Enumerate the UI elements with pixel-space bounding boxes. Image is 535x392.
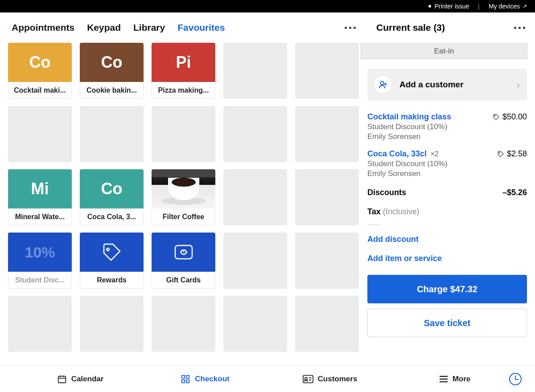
line-item-name: Coca Cola, 33cl — [367, 149, 427, 158]
tile-empty[interactable] — [223, 106, 287, 162]
status-dot-icon — [428, 5, 431, 8]
tile-label: Rewards — [80, 272, 144, 289]
tax-row: Tax (Inclusive) — [367, 207, 527, 216]
tab-library[interactable]: Library — [133, 22, 165, 33]
tile-cookie-baking[interactable]: Co Cookie bakin... — [80, 43, 144, 99]
tile-filter-coffee[interactable]: Filter Coffee — [152, 169, 215, 225]
divider — [367, 225, 381, 225]
nav-label: More — [453, 375, 471, 384]
svg-point-1 — [381, 82, 384, 85]
tile-abbr: Co — [8, 43, 72, 82]
tab-keypad[interactable]: Keypad — [87, 22, 121, 33]
nav-label: Customers — [318, 375, 358, 384]
clock-icon[interactable] — [509, 373, 522, 385]
svg-point-3 — [499, 152, 500, 153]
tile-empty[interactable] — [295, 296, 359, 352]
svg-point-2 — [494, 115, 495, 116]
tab-favourites[interactable]: Favourites — [177, 22, 225, 33]
line-item[interactable]: Cocktail making class $50.00 Student Dis… — [367, 112, 527, 141]
rewards-tag-icon — [80, 233, 144, 272]
save-ticket-button[interactable]: Save ticket — [367, 309, 527, 337]
tile-rewards[interactable]: Rewards — [80, 233, 144, 289]
tile-empty[interactable] — [80, 296, 144, 352]
nav-checkout[interactable]: Checkout — [143, 374, 268, 384]
top-tabs: Appointments Keypad Library Favourites — [12, 22, 225, 33]
tile-empty[interactable] — [295, 106, 359, 162]
nav-customers[interactable]: Customers — [268, 375, 392, 384]
bottom-nav: Calendar Checkout Customers More — [0, 365, 535, 392]
svg-rect-6 — [186, 375, 189, 378]
tile-empty[interactable] — [8, 106, 72, 162]
nav-label: Checkout — [195, 375, 229, 384]
tile-empty[interactable] — [223, 43, 287, 99]
tile-label: Filter Coffee — [152, 208, 215, 225]
tile-label: Gift Cards — [152, 272, 215, 289]
svg-rect-8 — [186, 380, 189, 382]
tile-empty[interactable] — [80, 106, 144, 162]
nav-calendar[interactable]: Calendar — [18, 374, 143, 384]
tile-label: Student Disc... — [8, 272, 72, 289]
svg-rect-4 — [58, 376, 66, 383]
line-item-price: $50.00 — [493, 112, 527, 122]
tile-empty[interactable] — [223, 296, 287, 352]
tile-abbr: Pi — [152, 43, 215, 82]
tile-gift-cards[interactable]: Gift Cards — [152, 233, 215, 289]
current-sale-title: Current sale (3) — [376, 22, 445, 33]
line-item-staff: Emily Sorensen — [367, 169, 527, 178]
coffee-image — [152, 169, 215, 208]
items-panel: Appointments Keypad Library Favourites C… — [0, 12, 367, 365]
current-sale-panel: Current sale (3) Eat-in Add a customer ›… — [367, 12, 535, 365]
tile-label: Cocktail maki... — [8, 82, 72, 99]
my-devices-label: My devices — [489, 3, 520, 10]
tile-empty[interactable] — [295, 169, 359, 225]
line-item-staff: Emily Sorensen — [367, 132, 527, 141]
line-item-name: Cocktail making class — [367, 112, 451, 122]
tax-note: (Inclusive) — [383, 207, 420, 216]
my-devices-link[interactable]: My devices ↗ — [489, 3, 527, 10]
discounts-row: Discounts –$5.26 — [367, 188, 527, 197]
tile-label: Coca Cola, 3... — [80, 208, 144, 225]
add-customer-button[interactable]: Add a customer › — [367, 69, 527, 101]
tile-mineral-water[interactable]: Mi Mineral Wate... — [8, 169, 72, 225]
external-link-icon: ↗ — [523, 3, 527, 9]
tile-pizza-making[interactable]: Pi Pizza making... — [152, 43, 215, 99]
nav-more[interactable]: More — [392, 375, 517, 384]
line-item-discount: Student Discount (10%) — [367, 122, 527, 131]
tile-empty[interactable] — [152, 106, 215, 162]
tax-label: Tax — [367, 207, 381, 216]
tile-empty[interactable] — [295, 43, 359, 99]
tile-student-discount[interactable]: 10% Student Disc... — [8, 233, 72, 289]
line-item-price: $2.58 — [497, 149, 527, 159]
tile-label: Mineral Wate... — [8, 208, 72, 225]
discount-percent: 10% — [8, 233, 72, 272]
tile-cocktail-making[interactable]: Co Cocktail maki... — [8, 43, 72, 99]
line-item[interactable]: Coca Cola, 33cl ×2 $2.58 Student Discoun… — [367, 149, 527, 178]
tile-empty[interactable] — [223, 233, 287, 289]
svg-rect-7 — [182, 380, 185, 382]
add-discount-link[interactable]: Add discount — [367, 235, 527, 244]
tile-empty[interactable] — [152, 296, 215, 352]
tile-coca-cola[interactable]: Co Coca Cola, 3... — [80, 169, 144, 225]
nav-label: Calendar — [71, 375, 104, 384]
line-item-qty: ×2 — [431, 150, 439, 158]
svg-rect-5 — [182, 375, 185, 378]
gift-card-icon — [152, 233, 215, 272]
add-item-link[interactable]: Add item or service — [367, 254, 527, 263]
tile-abbr: Co — [80, 43, 144, 82]
line-item-discount: Student Discount (10%) — [367, 159, 527, 168]
chevron-right-icon: › — [517, 80, 520, 90]
more-tabs-icon[interactable] — [345, 27, 356, 29]
charge-button[interactable]: Charge $47.32 — [367, 275, 527, 303]
favourites-grid: Co Cocktail maki... Co Cookie bakin... P… — [0, 43, 367, 365]
tab-appointments[interactable]: Appointments — [12, 22, 74, 33]
fulfilment-mode[interactable]: Eat-in — [360, 43, 528, 60]
sale-more-icon[interactable] — [514, 27, 525, 29]
printer-issue-label: Printer issue — [435, 3, 469, 10]
tile-empty[interactable] — [8, 296, 72, 352]
printer-issue-link[interactable]: Printer issue — [428, 3, 469, 10]
tile-abbr: Co — [80, 169, 144, 208]
tile-empty[interactable] — [223, 169, 287, 225]
topbar-divider: | — [478, 3, 480, 10]
system-topbar: Printer issue | My devices ↗ — [0, 0, 535, 12]
tile-empty[interactable] — [295, 233, 359, 289]
